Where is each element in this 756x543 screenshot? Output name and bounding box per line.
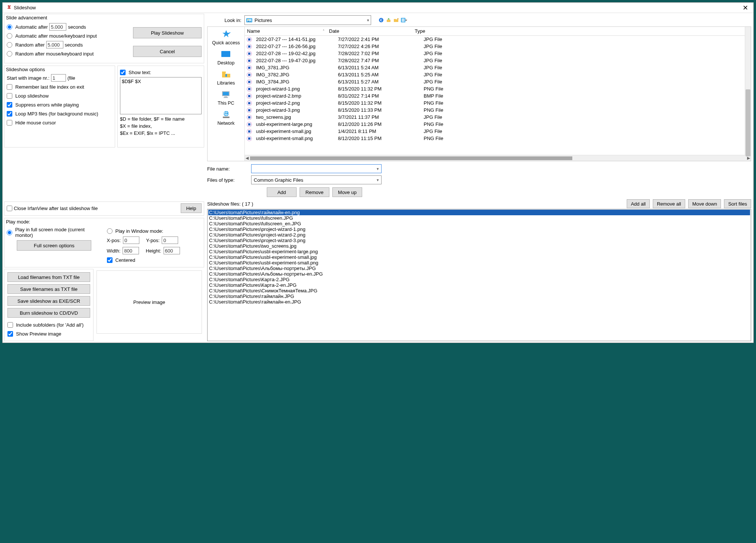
remove-all-button[interactable]: Remove all [653,199,685,208]
check-hide-cursor[interactable] [7,120,12,126]
slideshow-file-item[interactable]: C:\Users\tomat\Pictures\СнимокТемнаяТема… [208,288,750,293]
back-icon[interactable] [379,18,384,23]
slideshow-file-item[interactable]: C:\Users\tomat\Pictures\project-wizard-3… [208,238,750,243]
file-row[interactable]: IMG_3784.JPG6/13/2011 5:27 AMJPG File [245,78,751,85]
slideshow-file-item[interactable]: C:\Users\tomat\Pictures\таймлайн-en.png [208,210,750,215]
move-down-button[interactable]: Move down [688,199,721,208]
check-show-text[interactable] [120,70,126,75]
file-row[interactable]: 2022-07-28 --- 19-47-20.jpg7/28/2022 7:4… [245,57,751,64]
check-loop-mp3[interactable] [7,111,12,117]
scrollbar-thumb[interactable] [746,89,750,156]
col-header-type[interactable]: Type [412,28,745,35]
slideshow-file-item[interactable]: C:\Users\tomat\Pictures\usbl-experiment-… [208,249,750,254]
slideshow-file-item[interactable]: C:\Users\tomat\Pictures\Карта-2.JPG [208,277,750,282]
view-menu-icon[interactable] [401,18,406,23]
check-suppress-errors[interactable] [7,102,12,108]
radio-random-after[interactable] [7,42,12,48]
legend-line-3: $Ex = EXIF, $Ix = IPTC ... [120,130,202,137]
load-txt-button[interactable]: Load filenames from TXT file [7,272,90,282]
file-row[interactable]: usbl-experiment-small.png8/12/2020 11:15… [245,135,751,142]
slideshow-file-item[interactable]: C:\Users\tomat\Pictures\Альбомы-портреты… [208,271,750,277]
play-mode-title: Play mode: [6,219,202,225]
radio-random-mouse[interactable] [7,51,12,57]
radio-automatic-after[interactable] [7,24,12,30]
file-row[interactable]: 2022-07-28 --- 19-02-42.jpg7/28/2022 7:0… [245,50,751,57]
place-network[interactable]: Network [218,109,235,126]
file-row[interactable]: two_screens.jpg3/7/2021 11:37 PMJPG File [245,114,751,121]
add-button[interactable]: Add [267,187,297,197]
file-rows[interactable]: 2022-07-27 --- 14-41-51.jpg7/27/2022 2:4… [245,36,751,155]
check-include-subfolders[interactable] [7,322,13,328]
slide-advancement-group: Slide advancement Automatic after second… [4,14,204,63]
play-slideshow-button[interactable]: Play Slideshow [133,27,202,38]
radio-window-mode[interactable] [107,228,113,234]
horizontal-scrollbar[interactable]: ◀ ▶ [245,155,751,161]
input-automatic-seconds[interactable] [49,23,66,31]
slideshow-file-item[interactable]: C:\Users\tomat\Pictures\Карта-2-en.JPG [208,282,750,288]
slideshow-file-item[interactable]: C:\Users\tomat\Pictures\Альбомы-портреты… [208,266,750,271]
col-header-date[interactable]: Date [327,28,412,35]
check-centered[interactable] [107,257,113,263]
check-show-preview[interactable] [7,331,13,337]
hscroll-track[interactable] [250,156,746,160]
input-ypos[interactable] [162,236,178,244]
slideshow-file-item[interactable]: C:\Users\tomat\Pictures\usbl-experiment-… [208,260,750,266]
place-quick-access[interactable]: Quick access [212,29,240,45]
slideshow-file-item[interactable]: C:\Users\tomat\Pictures\project-wizard-1… [208,226,750,232]
scroll-left-icon[interactable]: ◀ [246,156,249,161]
cancel-button[interactable]: Cancel [133,46,202,57]
file-row[interactable]: 2022-07-27 --- 14-41-51.jpg7/27/2022 2:4… [245,36,751,43]
slideshow-file-item[interactable]: C:\Users\tomat\Pictures\two_screens.jpg [208,243,750,249]
place-this-pc[interactable]: This PC [218,89,234,106]
file-row[interactable]: project-wizard-1.png8/15/2020 11:32 PMPN… [245,85,751,92]
vertical-scrollbar[interactable] [745,27,751,155]
col-header-name[interactable]: Name˄ [245,28,327,35]
radio-fullscreen[interactable] [7,230,12,235]
slideshow-file-item[interactable]: C:\Users\tomat\Pictures\fullscreen_en.JP… [208,221,750,226]
add-all-button[interactable]: Add all [627,199,650,208]
up-icon[interactable] [386,18,391,23]
slideshow-file-item[interactable]: C:\Users\tomat\Pictures\таймлайн.JPG [208,293,750,299]
slideshow-file-item[interactable]: C:\Users\tomat\Pictures\usbl-experiment-… [208,254,750,260]
file-row[interactable]: usbl-experiment-large.png8/12/2020 11:26… [245,121,751,128]
look-in-combo[interactable]: Pictures ▾ [244,15,371,25]
move-up-button[interactable]: Move up [332,187,362,197]
burn-button[interactable]: Burn slideshow to CD/DVD [7,308,90,318]
check-close-after[interactable] [7,206,12,211]
new-folder-icon[interactable]: ✦ [393,18,399,23]
input-height[interactable] [164,247,180,254]
slideshow-files-list[interactable]: C:\Users\tomat\Pictures\таймлайн-en.pngC… [207,209,751,341]
input-show-text[interactable]: $D$F $X [120,77,202,114]
file-row[interactable]: project-wizard-2.bmp8/31/2022 7:14 PMBMP… [245,92,751,99]
file-row[interactable]: IMG_3781.JPG6/13/2011 5:24 AMJPG File [245,64,751,71]
file-date-cell: 6/13/2011 5:24 AM [336,64,421,71]
slideshow-file-item[interactable]: C:\Users\tomat\Pictures\project-wizard-2… [208,232,750,238]
help-button[interactable]: Help [181,203,202,213]
file-name-combo[interactable]: ▾ [251,164,382,173]
svg-rect-34 [248,88,250,90]
file-row[interactable]: 2022-07-27 --- 16-26-56.jpg7/27/2022 4:2… [245,43,751,50]
check-remember-index[interactable] [7,84,12,90]
input-random-seconds[interactable] [46,41,63,48]
file-row[interactable]: usbl-experiment-small.jpg1/4/2021 8:11 P… [245,128,751,135]
save-exe-button[interactable]: Save slideshow as EXE/SCR [7,296,90,306]
slideshow-file-item[interactable]: C:\Users\tomat\Pictures\fullscreen.JPG [208,215,750,221]
sort-files-button[interactable]: Sort files [724,199,751,208]
file-row[interactable]: IMG_3782.JPG6/13/2011 5:25 AMJPG File [245,71,751,78]
save-txt-button[interactable]: Save filenames as TXT file [7,284,90,294]
input-start-image[interactable] [51,74,66,82]
remove-button[interactable]: Remove [300,187,329,197]
image-file-icon [246,121,252,127]
close-button[interactable]: ✕ [740,4,750,12]
check-loop-slideshow[interactable] [7,93,12,99]
input-width[interactable] [123,247,139,254]
file-type-combo[interactable]: Common Graphic Files ▾ [251,175,382,184]
radio-automatic-mouse[interactable] [7,33,12,39]
full-screen-options-button[interactable]: Full screen options [17,240,91,251]
input-xpos[interactable] [123,236,139,244]
file-row[interactable]: project-wizard-3.png8/15/2020 11:33 PMPN… [245,107,751,114]
file-row[interactable]: project-wizard-2.png8/15/2020 11:32 PMPN… [245,99,751,107]
slideshow-file-item[interactable]: C:\Users\tomat\Pictures\таймлайн-en.JPG [208,299,750,305]
place-libraries[interactable]: Libraries [217,69,235,86]
place-desktop[interactable]: Desktop [218,49,235,66]
